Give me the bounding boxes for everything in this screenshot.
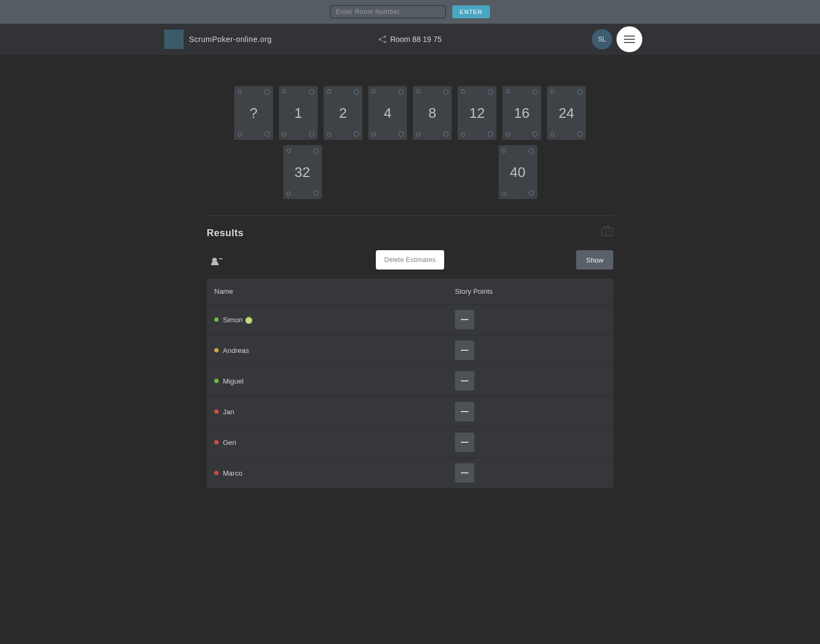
story-point-chip <box>455 402 474 421</box>
section-divider <box>207 215 613 216</box>
status-dot <box>214 379 219 383</box>
enter-button[interactable]: ENTER <box>452 5 490 18</box>
estimate-card[interactable]: 1 <box>279 86 318 140</box>
player-name: Andreas <box>223 346 455 355</box>
table-row: Simon 🍈 <box>207 305 613 335</box>
story-point-chip <box>455 371 474 391</box>
main-content: ? 1 2 4 8 12 16 24 32 40 Results . Delet… <box>207 86 613 488</box>
player-name: Simon 🍈 <box>223 316 455 324</box>
estimate-card[interactable]: 2 <box>324 86 362 140</box>
results-heading: Results <box>207 228 244 239</box>
app-title: ScrumPoker-online.org <box>189 35 272 44</box>
table-header: Name Story Points <box>207 279 613 305</box>
story-point-chip <box>455 433 474 452</box>
topbar: ENTER <box>0 0 820 24</box>
table-row: Miguel <box>207 366 613 397</box>
estimate-card[interactable]: 32 <box>283 145 322 199</box>
estimate-card[interactable]: 4 <box>368 86 407 140</box>
share-icon <box>379 36 386 43</box>
room-number-text: Room 88 19 75 <box>390 35 442 44</box>
camera-icon[interactable]: . <box>601 228 613 236</box>
results-table: Name Story Points Simon 🍈 Andreas Miguel… <box>207 279 613 488</box>
show-button[interactable]: Show <box>576 250 613 270</box>
table-row: Andreas <box>207 335 613 366</box>
card-row-1: ? 1 2 4 8 12 16 24 <box>207 86 613 140</box>
avatar[interactable]: SL <box>592 29 612 49</box>
status-dot <box>214 348 219 352</box>
remove-user-icon[interactable] <box>212 255 222 265</box>
status-dot <box>214 317 219 322</box>
room-label[interactable]: Room 88 19 75 <box>379 35 442 44</box>
estimate-card[interactable]: 16 <box>502 86 541 140</box>
estimate-card[interactable]: 40 <box>499 145 537 199</box>
delete-estimates-button[interactable]: Delete Estimates <box>376 250 445 270</box>
player-name: Marco <box>223 469 455 477</box>
room-number-input[interactable] <box>330 5 446 18</box>
story-point-chip <box>455 463 474 483</box>
status-dot <box>214 409 219 414</box>
estimate-card[interactable]: 8 <box>413 86 452 140</box>
app-logo <box>164 30 184 49</box>
estimate-card[interactable]: ? <box>234 86 273 140</box>
estimate-card[interactable]: 12 <box>458 86 496 140</box>
col-story-points: Story Points <box>455 287 606 295</box>
player-name: Geri <box>223 438 455 447</box>
story-point-chip <box>455 310 474 329</box>
col-name: Name <box>214 287 455 295</box>
hamburger-icon <box>624 36 635 43</box>
player-name: Jan <box>223 408 455 416</box>
player-name: Miguel <box>223 377 455 385</box>
status-dot <box>214 471 219 475</box>
menu-button[interactable] <box>616 26 642 52</box>
status-dot <box>214 440 219 444</box>
table-row: Marco <box>207 458 613 488</box>
app-header: ScrumPoker-online.org Room 88 19 75 SL <box>0 24 820 55</box>
table-row: Geri <box>207 427 613 458</box>
table-row: Jan <box>207 397 613 427</box>
estimate-card[interactable]: 24 <box>547 86 586 140</box>
card-row-2: 32 40 <box>207 145 613 199</box>
story-point-chip <box>455 341 474 360</box>
